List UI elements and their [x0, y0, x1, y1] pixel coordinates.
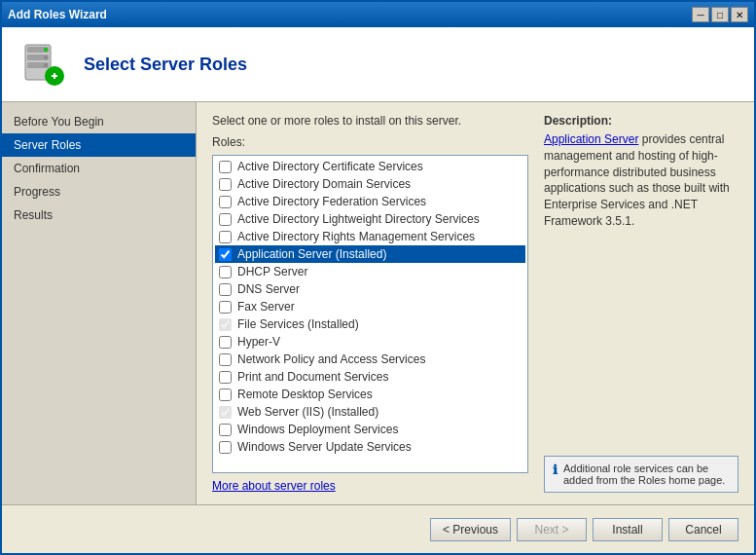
window-title: Add Roles Wizard [8, 8, 107, 21]
role-label: Active Directory Federation Services [237, 195, 426, 208]
role-checkbox[interactable] [219, 353, 232, 366]
role-item[interactable]: Active Directory Domain Services [215, 175, 525, 193]
role-item[interactable]: Active Directory Rights Management Servi… [215, 228, 525, 245]
minimize-button[interactable]: ─ [692, 7, 709, 22]
role-label: DHCP Server [237, 265, 307, 278]
sidebar-item-before-you-begin[interactable]: Before You Begin [2, 110, 196, 133]
wizard-title: Select Server Roles [84, 55, 247, 75]
info-box-text: Additional role services can be added fr… [563, 462, 730, 486]
role-label: DNS Server [237, 282, 300, 296]
role-label: Active Directory Domain Services [237, 177, 411, 191]
next-button[interactable]: Next > [517, 518, 587, 541]
role-checkbox[interactable] [219, 213, 232, 226]
role-label: Active Directory Lightweight Directory S… [237, 212, 480, 226]
role-item[interactable]: Windows Deployment Services [215, 421, 525, 438]
svg-point-5 [44, 56, 48, 59]
role-label: Network Policy and Access Services [237, 352, 425, 366]
sidebar-item-results[interactable]: Results [2, 204, 196, 227]
role-checkbox[interactable] [219, 406, 232, 419]
sidebar-item-server-roles[interactable]: Server Roles [2, 133, 196, 157]
wizard-header: Select Server Roles [2, 27, 754, 102]
role-label: Windows Server Update Services [237, 440, 412, 454]
title-bar: Add Roles Wizard ─ □ ✕ [2, 2, 754, 27]
info-box: ℹ Additional role services can be added … [544, 456, 738, 493]
svg-point-4 [44, 48, 48, 52]
role-item[interactable]: Print and Document Services [215, 368, 525, 386]
close-button[interactable]: ✕ [731, 7, 748, 22]
role-checkbox[interactable] [219, 248, 232, 261]
role-checkbox[interactable] [219, 441, 232, 454]
role-label: Active Directory Certificate Services [237, 160, 423, 173]
role-checkbox[interactable] [219, 371, 232, 384]
roles-label: Roles: [212, 135, 528, 149]
role-label: Remote Desktop Services [237, 388, 373, 401]
svg-point-6 [44, 63, 48, 67]
maximize-button[interactable]: □ [711, 7, 729, 22]
role-checkbox[interactable] [219, 301, 232, 314]
role-checkbox[interactable] [219, 231, 232, 243]
role-item[interactable]: Active Directory Lightweight Directory S… [215, 210, 525, 228]
roles-section: Select one or more roles to install on t… [212, 114, 528, 493]
sidebar-item-progress[interactable]: Progress [2, 180, 196, 204]
role-checkbox[interactable] [219, 196, 232, 208]
role-item[interactable]: Active Directory Certificate Services [215, 158, 525, 175]
role-label: Active Directory Rights Management Servi… [237, 230, 475, 243]
instruction-text: Select one or more roles to install on t… [212, 114, 528, 128]
role-label: Fax Server [237, 300, 295, 314]
description-link[interactable]: Application Server [544, 132, 638, 146]
role-checkbox[interactable] [219, 178, 232, 191]
roles-list[interactable]: Active Directory Certificate ServicesAct… [212, 155, 528, 473]
description-text-body: provides central management and hosting … [544, 132, 730, 228]
wizard-icon [18, 39, 68, 90]
main-content: Select one or more roles to install on t… [197, 102, 754, 504]
role-item[interactable]: Remote Desktop Services [215, 386, 525, 403]
previous-button[interactable]: < Previous [430, 518, 511, 541]
role-label: Print and Document Services [237, 370, 388, 384]
role-item[interactable]: Application Server (Installed) [215, 245, 525, 263]
role-item[interactable]: DHCP Server [215, 263, 525, 280]
role-checkbox[interactable] [219, 336, 232, 349]
description-title: Description: [544, 114, 738, 128]
role-item[interactable]: Active Directory Federation Services [215, 193, 525, 210]
role-checkbox[interactable] [219, 388, 232, 401]
info-icon: ℹ [553, 462, 558, 477]
role-label: Hyper-V [237, 335, 280, 349]
wizard-footer: < Previous Next > Install Cancel [2, 504, 754, 553]
role-label: Windows Deployment Services [237, 423, 398, 436]
role-checkbox[interactable] [219, 161, 232, 173]
sidebar-item-confirmation[interactable]: Confirmation [2, 157, 196, 180]
content-area: Before You Begin Server Roles Confirmati… [2, 102, 754, 504]
role-item[interactable]: Web Server (IIS) (Installed) [215, 403, 525, 421]
role-item[interactable]: DNS Server [215, 280, 525, 298]
description-body: Application Server provides central mana… [544, 131, 738, 230]
role-label: Application Server (Installed) [237, 247, 386, 261]
role-checkbox[interactable] [219, 318, 232, 331]
role-checkbox[interactable] [219, 283, 232, 296]
install-button[interactable]: Install [593, 518, 663, 541]
wizard-wrap: Select Server Roles Before You Begin Ser… [2, 27, 754, 553]
role-item[interactable]: Network Policy and Access Services [215, 351, 525, 368]
role-checkbox[interactable] [219, 424, 232, 436]
sidebar: Before You Begin Server Roles Confirmati… [2, 102, 197, 504]
role-item[interactable]: File Services (Installed) [215, 315, 525, 333]
role-label: Web Server (IIS) (Installed) [237, 405, 378, 419]
title-controls: ─ □ ✕ [692, 7, 748, 22]
role-item[interactable]: Windows Server Update Services [215, 438, 525, 456]
role-item[interactable]: Hyper-V [215, 333, 525, 351]
role-checkbox[interactable] [219, 266, 232, 278]
more-about-link[interactable]: More about server roles [212, 479, 528, 493]
cancel-button[interactable]: Cancel [668, 518, 738, 541]
role-label: File Services (Installed) [237, 317, 359, 331]
main-window: Add Roles Wizard ─ □ ✕ [0, 0, 756, 555]
svg-rect-9 [54, 73, 55, 79]
role-item[interactable]: Fax Server [215, 298, 525, 315]
description-section: Description: Application Server provides… [544, 114, 738, 493]
